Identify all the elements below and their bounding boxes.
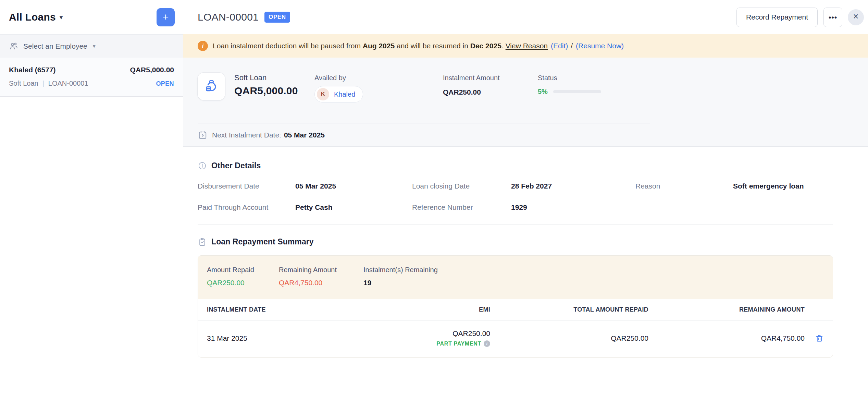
- repayment-totals: Amount Repaid QAR250.00 Remaining Amount…: [198, 256, 833, 299]
- repayment-summary-heading: Loan Repayment Summary: [198, 237, 833, 246]
- calendar-next-icon: [198, 130, 208, 140]
- chevron-down-icon: ▾: [60, 13, 63, 21]
- loan-number: LOAN-00001: [48, 80, 88, 87]
- trash-icon: [815, 334, 824, 343]
- amount-repaid-label: Amount Repaid: [207, 266, 279, 274]
- loan-icon-card: [198, 73, 225, 100]
- part-payment-info-icon[interactable]: i: [484, 340, 490, 347]
- page-title: LOAN-00001: [198, 11, 259, 23]
- field-value: Petty Cash: [295, 203, 412, 211]
- field-label: Disbursement Date: [198, 182, 295, 190]
- details-row: Disbursement Date 05 Mar 2025 Loan closi…: [198, 182, 833, 190]
- part-payment-tag: PART PAYMENT: [436, 341, 481, 347]
- instalment-amount-value: QAR250.00: [443, 88, 538, 96]
- progress-bar-track: [553, 90, 601, 93]
- slash-separator: /: [571, 42, 573, 50]
- loan-list-item[interactable]: Khaled (6577) QAR5,000.00 Soft Loan | LO…: [0, 58, 183, 97]
- employee-filter-dropdown[interactable]: Select an Employee ▾: [0, 34, 183, 58]
- field-label: Paid Through Account: [198, 203, 295, 211]
- status-label: Status: [538, 74, 601, 82]
- emi-tag-line: PART PAYMENT i: [367, 340, 490, 347]
- delete-repayment-button[interactable]: [815, 334, 824, 343]
- column-header-emi: EMI: [367, 306, 490, 313]
- field-value: 1929: [511, 203, 635, 211]
- total-repaid-cell: QAR250.00: [490, 334, 648, 342]
- app-window: All Loans ▾ + Select an Employee ▾ Khale…: [0, 0, 868, 399]
- amount-repaid-value: QAR250.00: [207, 279, 279, 287]
- people-icon: [9, 41, 18, 51]
- other-details-title: Other Details: [211, 161, 261, 170]
- loan-type-column: Soft Loan QAR5,000.00: [234, 73, 314, 97]
- field-value: 05 Mar 2025: [295, 182, 412, 190]
- loan-amount: QAR5,000.00: [130, 66, 174, 74]
- close-icon: ×: [853, 12, 859, 21]
- instalments-remaining-block: Instalment(s) Remaining 19: [363, 266, 824, 287]
- column-header-remaining: REMAINING AMOUNT: [648, 306, 805, 313]
- next-instalment-label: Next Instalment Date:: [212, 131, 281, 139]
- loans-sidebar: All Loans ▾ + Select an Employee ▾ Khale…: [0, 0, 183, 399]
- availed-by-label: Availed by: [314, 74, 443, 82]
- ellipsis-icon: •••: [829, 13, 837, 21]
- remaining-amount-label: Remaining Amount: [279, 266, 363, 274]
- employee-link[interactable]: Khaled: [334, 90, 355, 98]
- column-header-total-repaid: TOTAL AMOUNT REPAID: [490, 306, 648, 313]
- other-details-heading: Other Details: [198, 161, 833, 170]
- section-divider: [198, 225, 833, 225]
- status-badge: OPEN: [264, 12, 290, 23]
- detail-header: LOAN-00001 OPEN Record Repayment ••• ×: [183, 0, 868, 34]
- loan-item-bottom-row: Soft Loan | LOAN-00001 OPEN: [9, 80, 174, 87]
- status-percent: 5%: [538, 88, 548, 96]
- employee-filter-label: Select an Employee: [23, 42, 87, 50]
- loan-type: Soft Loan: [9, 80, 38, 87]
- pause-warning-banner: i Loan instalment deduction will be paus…: [183, 34, 868, 58]
- view-reason-link[interactable]: View Reason: [506, 42, 548, 50]
- field-label: Reason: [635, 182, 733, 190]
- field-value: Soft emergency loan: [733, 182, 833, 190]
- banner-text: Loan instalment deduction will be paused…: [213, 42, 504, 50]
- instalments-remaining-value: 19: [363, 279, 824, 287]
- resume-month: Dec 2025: [470, 42, 501, 50]
- more-actions-button[interactable]: •••: [823, 8, 842, 27]
- record-repayment-button[interactable]: Record Repayment: [736, 8, 818, 27]
- table-row: 31 Mar 2025 QAR250.00 PART PAYMENT i QAR…: [198, 321, 833, 357]
- close-button[interactable]: ×: [848, 9, 864, 25]
- employee-chip[interactable]: K Khaled: [314, 86, 363, 102]
- sidebar-title: All Loans: [9, 11, 56, 23]
- loan-status: OPEN: [156, 80, 174, 87]
- instalment-date-cell: 31 Mar 2025: [207, 334, 367, 342]
- loan-total-amount: QAR5,000.00: [234, 85, 314, 97]
- instalments-remaining-label: Instalment(s) Remaining: [363, 266, 824, 274]
- info-circle-icon: [198, 161, 207, 170]
- availed-by-column: Availed by K Khaled: [314, 73, 443, 102]
- resume-now-link[interactable]: (Resume Now): [576, 42, 624, 50]
- loan-type-label: Soft Loan: [234, 73, 314, 82]
- repayment-table-header: INSTALMENT DATE EMI TOTAL AMOUNT REPAID …: [198, 299, 833, 321]
- remaining-cell: QAR4,750.00: [648, 334, 805, 342]
- loan-item-top-row: Khaled (6577) QAR5,000.00: [9, 66, 174, 74]
- chevron-down-icon: ▾: [93, 43, 96, 49]
- field-label: Loan closing Date: [412, 182, 511, 190]
- loan-detail-panel: LOAN-00001 OPEN Record Repayment ••• × i…: [183, 0, 868, 399]
- remaining-amount-value: QAR4,750.00: [279, 279, 363, 287]
- repayment-summary-title: Loan Repayment Summary: [211, 237, 314, 246]
- column-header-instalment-date: INSTALMENT DATE: [207, 306, 367, 313]
- instalment-amount-column: Instalment Amount QAR250.00: [443, 73, 538, 96]
- avatar: K: [317, 88, 329, 100]
- add-loan-button[interactable]: +: [157, 8, 175, 26]
- loan-meta: Soft Loan | LOAN-00001: [9, 80, 88, 87]
- field-label: Reference Number: [412, 203, 511, 211]
- loans-filter-dropdown[interactable]: All Loans ▾: [9, 11, 63, 23]
- employee-name: Khaled (6577): [9, 66, 56, 74]
- repayment-summary-card: Amount Repaid QAR250.00 Remaining Amount…: [198, 255, 833, 358]
- edit-pause-link[interactable]: (Edit): [551, 42, 568, 50]
- loan-overview-section: Soft Loan QAR5,000.00 Availed by K Khale…: [183, 58, 868, 147]
- clipboard-check-icon: [198, 237, 207, 246]
- loan-overview-row: Soft Loan QAR5,000.00 Availed by K Khale…: [183, 58, 868, 102]
- status-column: Status 5%: [538, 73, 601, 96]
- status-progress: 5%: [538, 88, 601, 96]
- emi-cell: QAR250.00 PART PAYMENT i: [367, 329, 490, 347]
- plus-icon: +: [163, 12, 169, 22]
- details-row: Paid Through Account Petty Cash Referenc…: [198, 203, 833, 211]
- remaining-amount-block: Remaining Amount QAR4,750.00: [279, 266, 363, 287]
- instalment-amount-label: Instalment Amount: [443, 74, 538, 82]
